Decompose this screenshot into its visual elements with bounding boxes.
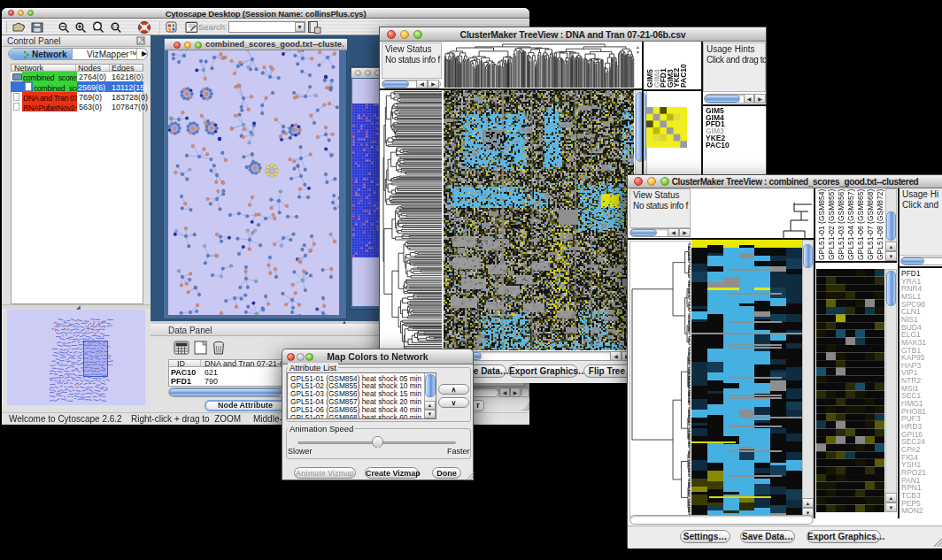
svg-text:1:1: 1:1	[112, 25, 119, 29]
